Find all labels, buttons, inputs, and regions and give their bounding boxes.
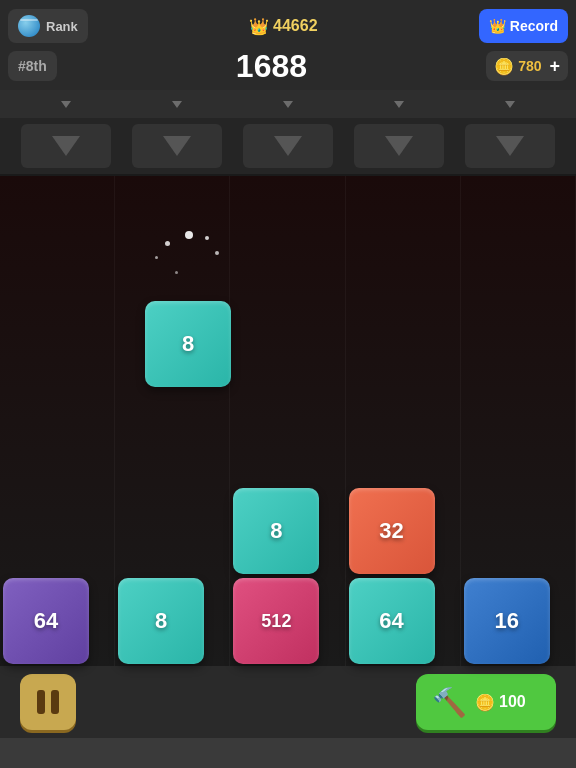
hammer-cost: 100 <box>499 693 526 711</box>
column-indicators <box>0 90 576 118</box>
hammer-button[interactable]: 🔨 🪙 100 <box>416 674 556 730</box>
block-row2-col2: 8 <box>233 488 319 574</box>
block-row1-col0: 64 <box>3 578 89 664</box>
hammer-icon: 🔨 <box>432 686 467 719</box>
dropper-0[interactable] <box>21 124 111 168</box>
col-indicator-3 <box>392 97 406 111</box>
sparkle-3 <box>205 236 209 240</box>
record-crown-icon: 👑 <box>489 18 506 34</box>
hammer-coin-icon: 🪙 <box>475 693 495 712</box>
header-top-row: Rank 👑 44662 👑 Record <box>8 6 568 46</box>
pause-bar-left <box>37 690 45 714</box>
hammer-coins: 🪙 100 <box>475 693 526 712</box>
dropper-3[interactable] <box>354 124 444 168</box>
block-row1-col2: 512 <box>233 578 319 664</box>
pause-button[interactable] <box>20 674 76 730</box>
header-bottom-row: #8th 1688 🪙 780 + <box>8 48 568 84</box>
sparkle-1 <box>185 231 193 239</box>
coins-value: 780 <box>518 58 541 74</box>
sparkle-5 <box>215 251 219 255</box>
sparkle-4 <box>155 256 158 259</box>
sparkle-6 <box>175 271 178 274</box>
pause-icon <box>37 690 59 714</box>
pause-bar-right <box>51 690 59 714</box>
rank-label: Rank <box>46 19 78 34</box>
score-section: 👑 44662 <box>249 17 318 36</box>
coins-section: 🪙 780 + <box>486 51 568 81</box>
crown-icon: 👑 <box>249 17 269 36</box>
col-indicator-4 <box>503 97 517 111</box>
dropper-2[interactable] <box>243 124 333 168</box>
game-board[interactable]: 8 8 32 64 8 512 64 16 <box>0 176 576 666</box>
block-row1-col3: 64 <box>349 578 435 664</box>
col-indicator-1 <box>170 97 184 111</box>
current-score: 1688 <box>57 48 486 85</box>
droppers-row <box>0 118 576 176</box>
dropper-1[interactable] <box>132 124 222 168</box>
header: Rank 👑 44662 👑 Record #8th 1688 🪙 780 + <box>0 0 576 90</box>
top-score: 44662 <box>273 17 318 35</box>
rank-number: #8th <box>8 51 57 81</box>
crown-score: 👑 44662 <box>249 17 318 36</box>
falling-block: 8 <box>145 301 231 387</box>
block-row2-col3: 32 <box>349 488 435 574</box>
record-label: Record <box>510 18 558 34</box>
coin-icon: 🪙 <box>494 57 514 76</box>
rank-section: Rank <box>8 9 88 43</box>
sparkle-area <box>145 221 233 301</box>
col-indicator-2 <box>281 97 295 111</box>
globe-icon <box>18 15 40 37</box>
add-coins-button[interactable]: + <box>549 56 560 77</box>
sparkle-2 <box>165 241 170 246</box>
record-button[interactable]: 👑 Record <box>479 9 568 43</box>
footer: 🔨 🪙 100 <box>0 666 576 738</box>
block-row1-col1: 8 <box>118 578 204 664</box>
col-indicator-0 <box>59 97 73 111</box>
dropper-4[interactable] <box>465 124 555 168</box>
block-row1-col4: 16 <box>464 578 550 664</box>
falling-block-container: 8 <box>145 221 233 387</box>
